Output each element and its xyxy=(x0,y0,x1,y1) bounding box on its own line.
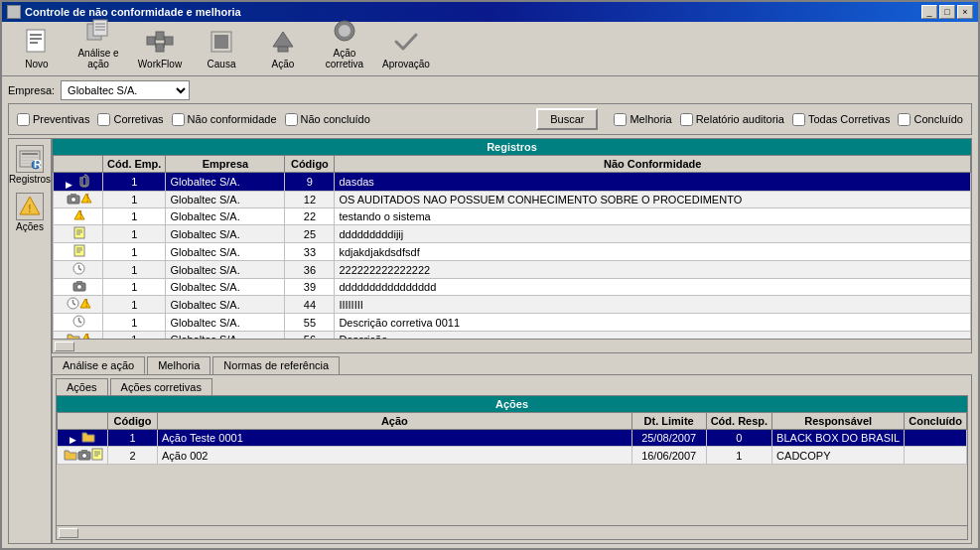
row-acao: Ação Teste 0001 xyxy=(158,430,632,447)
bottom-section: Análise e ação Melhoria Normas de referê… xyxy=(52,356,972,544)
empresa-select[interactable]: Globaltec S/A. xyxy=(61,80,190,100)
svg-line-16 xyxy=(164,41,165,48)
checkbox-nao-concluido[interactable] xyxy=(285,113,298,126)
table-row[interactable]: ! 1 Globaltec S/A. 22 testando o sistema xyxy=(54,208,971,225)
svg-text:!: ! xyxy=(78,209,82,220)
tab-analise-acao[interactable]: Análise e ação xyxy=(52,356,145,374)
svg-point-33 xyxy=(70,198,75,203)
row-codigo: 9 xyxy=(285,173,335,192)
close-button[interactable]: × xyxy=(957,5,973,19)
workflow-label: WorkFlow xyxy=(138,59,182,69)
row-nc: dddddddddijij xyxy=(335,225,971,243)
checkbox-preventivas[interactable] xyxy=(17,113,30,126)
checkbox-todas-corretivas[interactable] xyxy=(792,113,805,126)
row-icons xyxy=(54,261,103,279)
maximize-button[interactable]: □ xyxy=(939,5,955,19)
row-cod-resp: 1 xyxy=(706,447,771,465)
row-icons: ▶ xyxy=(54,173,103,192)
row-empresa: Globaltec S/A. xyxy=(166,208,285,225)
left-panel-registros[interactable]: R Registros xyxy=(8,143,53,187)
aprovacao-label: Aprovação xyxy=(382,59,430,69)
toolbar-acao[interactable]: Ação xyxy=(253,23,313,72)
registros-scroll-thumb[interactable] xyxy=(55,342,74,351)
table-row[interactable]: ! 1 Globaltec S/A. 12 OS AUDITADOS NAO P… xyxy=(54,192,971,208)
svg-text:!: ! xyxy=(85,333,89,339)
acao-icon xyxy=(267,26,299,58)
row-empresa: Globaltec S/A. xyxy=(166,243,285,261)
filter-melhoria: Melhoria xyxy=(614,113,671,126)
bottom-tabs-bar: Análise e ação Melhoria Normas de referê… xyxy=(52,356,972,374)
empresa-label: Empresa: xyxy=(8,84,55,96)
sub-tab-acoes-corretivas[interactable]: Ações corretivas xyxy=(110,378,212,395)
acoes-table: Código Ação Dt. Limite Cód. Resp. Respon… xyxy=(57,412,967,465)
checkbox-melhoria[interactable] xyxy=(614,113,627,126)
toolbar-novo[interactable]: Novo xyxy=(7,23,67,72)
svg-rect-0 xyxy=(27,30,45,52)
toolbar-causa[interactable]: Causa xyxy=(192,23,251,72)
svg-marker-19 xyxy=(273,32,293,47)
row-codigo: 2 xyxy=(108,447,158,465)
left-panel-acoes[interactable]: ! Ações xyxy=(14,191,46,234)
checkbox-concluido[interactable] xyxy=(898,113,910,126)
toolbar-aprovacao[interactable]: Aprovação xyxy=(376,23,436,72)
row-empresa: Globaltec S/A. xyxy=(166,279,285,296)
svg-rect-10 xyxy=(156,32,164,40)
acoes-section: Ações Código Ação Dt. Limite xyxy=(56,395,968,540)
label-todas-corretivas: Todas Corretivas xyxy=(808,113,891,125)
table-row[interactable]: 2 Ação 002 16/06/2007 1 CADCOPY xyxy=(58,447,967,465)
row-empresa: Globaltec S/A. xyxy=(166,192,285,208)
checkbox-relatorio[interactable] xyxy=(680,113,693,126)
registros-icon: R xyxy=(16,145,44,173)
acao-corretiva-label: Ação corretiva xyxy=(318,48,371,69)
toolbar-analise[interactable]: Análise e ação xyxy=(69,12,128,72)
aprovacao-icon xyxy=(390,26,422,58)
table-row[interactable]: 1 Globaltec S/A. 55 Descrição corretiva … xyxy=(54,314,971,332)
row-cod-emp: 1 xyxy=(103,261,166,279)
registros-table-container[interactable]: Cód. Emp. Empresa Código Não Conformidad… xyxy=(53,155,971,339)
col-header-cod-emp: Cód. Emp. xyxy=(103,156,166,173)
acoes-col-concluido: Concluído xyxy=(905,413,967,430)
svg-text:!: ! xyxy=(28,203,32,214)
row-icons: ! xyxy=(54,332,103,340)
table-row[interactable]: 1 Globaltec S/A. 36 222222222222222 xyxy=(54,261,971,279)
checkbox-corretivas[interactable] xyxy=(97,113,110,126)
table-row[interactable]: 1 Globaltec S/A. 33 kdjakdjakdsdfsdf xyxy=(54,243,971,261)
table-row[interactable]: 1 Globaltec S/A. 39 dddddddddddddddd xyxy=(54,279,971,296)
acoes-table-container[interactable]: Código Ação Dt. Limite Cód. Resp. Respon… xyxy=(57,412,967,525)
buscar-button[interactable]: Buscar xyxy=(536,108,598,130)
acoes-icon: ! xyxy=(16,193,44,220)
row-empresa: Globaltec S/A. xyxy=(166,225,285,243)
toolbar-acao-corretiva[interactable]: Ação corretiva xyxy=(315,12,374,72)
svg-text:!: ! xyxy=(85,298,89,309)
row-empresa: Globaltec S/A. xyxy=(166,296,285,314)
svg-line-14 xyxy=(155,41,156,48)
registros-label: Registros xyxy=(9,174,51,185)
table-row[interactable]: ▶ 1 Globaltec S/A. 9 dasdas xyxy=(54,173,971,192)
checkbox-nao-conformidade[interactable] xyxy=(172,113,185,126)
row-empresa: Globaltec S/A. xyxy=(166,173,285,192)
row-responsavel: BLACK BOX DO BRASIL xyxy=(772,430,905,447)
svg-rect-9 xyxy=(147,37,155,45)
col-header-nc: Não Conformidade xyxy=(335,156,971,173)
minimize-button[interactable]: _ xyxy=(921,5,937,19)
table-row[interactable]: ▶ 1 Ação Teste 0001 25/08/2007 0 BLACK B… xyxy=(58,430,967,447)
label-preventivas: Preventivas xyxy=(33,113,89,125)
acoes-scrollbar-h[interactable] xyxy=(57,525,967,539)
table-row[interactable]: ! 1 Globaltec S/A. 56 Descrição xyxy=(54,332,971,340)
sub-tab-acoes[interactable]: Ações xyxy=(56,378,108,395)
label-melhoria: Melhoria xyxy=(630,113,671,125)
col-header-codigo: Código xyxy=(285,156,335,173)
tab-normas[interactable]: Normas de referência xyxy=(212,356,340,374)
table-row[interactable]: 1 Globaltec S/A. 25 dddddddddijij xyxy=(54,225,971,243)
table-row[interactable]: ! 1 Globaltec S/A. 44 IIIIIIII xyxy=(54,296,971,314)
col-header-empresa: Empresa xyxy=(166,156,285,173)
filter-nao-conformidade: Não conformidade xyxy=(172,113,277,126)
acao-corretiva-icon xyxy=(329,15,360,47)
acoes-scroll-thumb[interactable] xyxy=(59,528,78,538)
tab-melhoria[interactable]: Melhoria xyxy=(147,356,210,374)
row-icons xyxy=(54,225,103,243)
window-icon xyxy=(7,5,21,19)
toolbar-workflow[interactable]: WorkFlow xyxy=(130,23,190,72)
registros-scrollbar-h[interactable] xyxy=(53,339,971,352)
row-icons xyxy=(54,243,103,261)
